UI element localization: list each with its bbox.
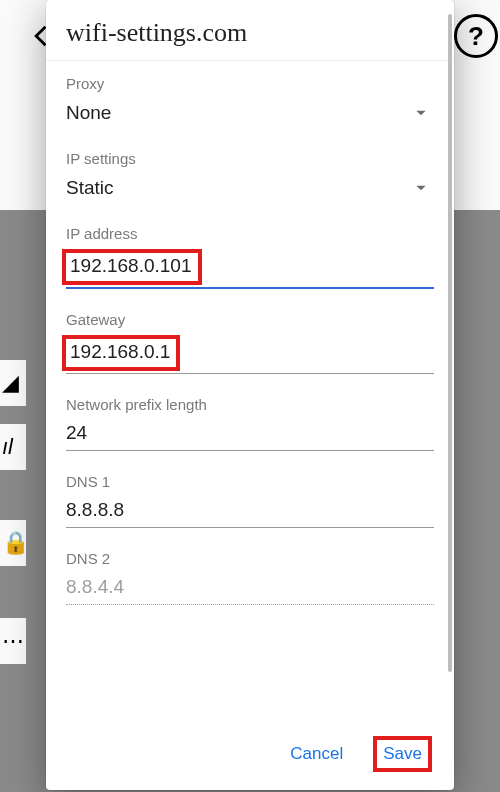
prefix-input[interactable]: 24 [66, 419, 434, 451]
ip-address-label: IP address [66, 225, 434, 242]
dns2-field: DNS 2 8.8.4.4 [66, 550, 434, 605]
gateway-field: Gateway 192.168.0.1 [66, 311, 434, 374]
proxy-field: Proxy None [66, 75, 434, 128]
ip-address-value: 192.168.0.101 [70, 255, 192, 276]
ip-settings-value: Static [66, 177, 114, 199]
dns2-label: DNS 2 [66, 550, 434, 567]
dialog-title: wifi-settings.com [46, 0, 454, 61]
gateway-value: 192.168.0.1 [70, 341, 170, 362]
gateway-label: Gateway [66, 311, 434, 328]
dns2-input[interactable]: 8.8.4.4 [66, 573, 434, 605]
dns1-field: DNS 1 8.8.8.8 [66, 473, 434, 528]
save-button[interactable]: Save [373, 736, 432, 772]
background-signal-icon: ıl [0, 424, 26, 470]
dns2-placeholder: 8.8.4.4 [66, 576, 124, 597]
dns1-value: 8.8.8.8 [66, 499, 124, 520]
proxy-dropdown[interactable]: None [66, 98, 434, 128]
background-wifi-icon: ◢ [0, 360, 26, 406]
ip-address-highlight: 192.168.0.101 [62, 249, 202, 285]
cancel-button[interactable]: Cancel [282, 736, 351, 772]
ip-settings-field: IP settings Static [66, 150, 434, 203]
ip-address-input[interactable]: 192.168.0.101 [66, 248, 434, 289]
help-icon: ? [454, 14, 498, 58]
wifi-settings-dialog: wifi-settings.com Proxy None IP settings… [46, 0, 454, 790]
proxy-label: Proxy [66, 75, 434, 92]
proxy-value: None [66, 102, 111, 124]
background-more-icon: ⋯ [0, 618, 26, 664]
gateway-input[interactable]: 192.168.0.1 [66, 334, 434, 374]
ip-address-field: IP address 192.168.0.101 [66, 225, 434, 289]
scrollbar[interactable] [448, 14, 452, 672]
chevron-down-icon [414, 181, 428, 195]
ip-settings-dropdown[interactable]: Static [66, 173, 434, 203]
prefix-label: Network prefix length [66, 396, 434, 413]
dns1-input[interactable]: 8.8.8.8 [66, 496, 434, 528]
prefix-field: Network prefix length 24 [66, 396, 434, 451]
chevron-down-icon [414, 106, 428, 120]
ip-settings-label: IP settings [66, 150, 434, 167]
gateway-highlight: 192.168.0.1 [62, 335, 180, 371]
dns1-label: DNS 1 [66, 473, 434, 490]
background-lock-icon: 🔒 [0, 520, 26, 566]
prefix-value: 24 [66, 422, 87, 443]
dialog-actions: Cancel Save [46, 724, 454, 790]
dialog-body: Proxy None IP settings Static IP address [46, 61, 454, 724]
